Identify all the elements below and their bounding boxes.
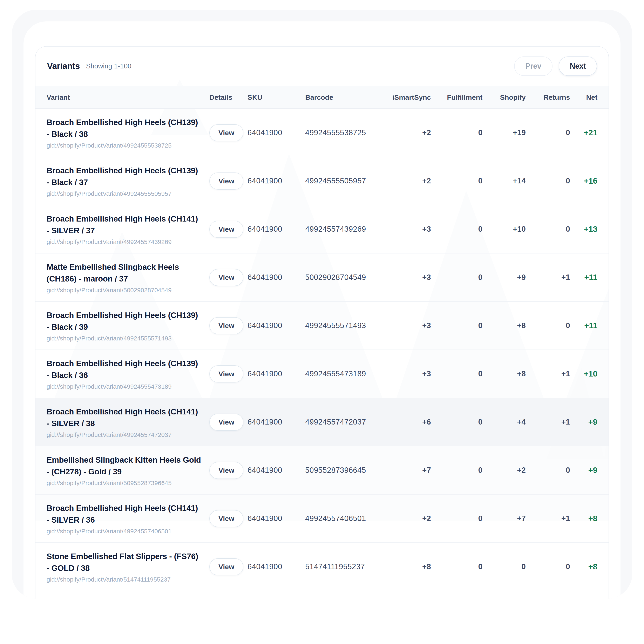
column-header-variant: Variant (47, 93, 209, 101)
sku-value: 64041900 (248, 177, 305, 185)
net-value: +8 (570, 562, 597, 571)
details-cell: View (209, 221, 248, 238)
table-row: Broach Embellished High Heels (CH139) - … (35, 109, 609, 157)
variant-cell: Stone Embellished Flat Slippers - (FS76)… (47, 550, 209, 583)
details-cell: View (209, 510, 248, 527)
variant-name: Broach Embellished High Heels (CH141) - … (47, 502, 201, 526)
shopify-value: +7 (482, 514, 526, 523)
details-cell: View (209, 414, 248, 431)
ismartsync-value: +3 (390, 225, 431, 233)
table-row: Broach Embellished High Heels (CH139) - … (35, 302, 609, 350)
fulfillment-value: 0 (431, 514, 482, 523)
outer-panel: Variants Showing 1-100 Prev Next Variant… (12, 10, 632, 599)
returns-value: 0 (526, 466, 570, 475)
ismartsync-value: +3 (390, 321, 431, 330)
returns-value: 0 (526, 321, 570, 330)
view-button[interactable]: View (209, 124, 243, 141)
ismartsync-value: +3 (390, 370, 431, 378)
barcode-value: 49924555538725 (305, 128, 390, 137)
variant-cell: Broach Embellished High Heels (CH141) - … (47, 406, 209, 438)
view-button[interactable]: View (209, 221, 243, 238)
barcode-value: 49924555473189 (305, 370, 390, 378)
view-button[interactable]: View (209, 462, 243, 479)
details-cell: View (209, 365, 248, 382)
view-button[interactable]: View (209, 510, 243, 527)
ismartsync-value: +6 (390, 418, 431, 426)
sku-value: 64041900 (248, 273, 305, 282)
view-button[interactable]: View (209, 317, 243, 334)
ismartsync-value: +3 (390, 273, 431, 282)
variant-cell: Broach Embellished High Heels (CH139) - … (47, 358, 209, 390)
sku-value: 64041900 (248, 418, 305, 426)
prev-button[interactable]: Prev (514, 56, 553, 76)
fulfillment-value: 0 (431, 225, 482, 233)
barcode-value: 49924557406501 (305, 514, 390, 523)
column-header-barcode: Barcode (305, 93, 390, 101)
sku-value: 64041900 (248, 225, 305, 233)
variant-name: Broach Embellished High Heels (CH141) - … (47, 213, 201, 236)
view-button[interactable]: View (209, 172, 243, 190)
sku-value: 64041900 (248, 321, 305, 330)
details-cell: View (209, 317, 248, 334)
variant-name: Embellished Slingback Kitten Heels Gold … (47, 454, 201, 477)
variant-name: Broach Embellished High Heels (CH139) - … (47, 116, 201, 140)
column-header-net: Net (570, 93, 597, 101)
variant-cell: Broach Embellished High Heels (CH139) - … (47, 165, 209, 197)
variant-gid: gid://shopify/ProductVariant/49924555571… (47, 335, 201, 342)
net-value: +13 (570, 225, 597, 234)
ismartsync-value: +8 (390, 562, 431, 571)
view-button[interactable]: View (209, 558, 243, 575)
ismartsync-value: +2 (390, 128, 431, 137)
net-value: +9 (570, 418, 597, 427)
table-row: Broach Embellished High Heels (CH141) - … (35, 495, 609, 543)
details-cell: View (209, 172, 248, 190)
barcode-value: 50955287396645 (305, 466, 390, 475)
column-header-shopify: Shopify (482, 93, 526, 101)
sku-value: 64041900 (248, 514, 305, 523)
variant-gid: gid://shopify/ProductVariant/51474111955… (47, 576, 201, 583)
details-cell: View (209, 124, 248, 141)
details-cell: View (209, 462, 248, 479)
table-row: Stone Embellished Flat Slippers - (FS76)… (35, 543, 609, 591)
net-value: +8 (570, 514, 597, 523)
variant-cell: Broach Embellished High Heels (CH141) - … (47, 502, 209, 535)
view-button[interactable]: View (209, 365, 243, 382)
column-header-details: Details (209, 93, 248, 101)
shopify-value: +2 (482, 466, 526, 475)
view-button[interactable]: View (209, 269, 243, 286)
shopify-value: +19 (482, 128, 526, 137)
barcode-value: 49924555505957 (305, 177, 390, 185)
variant-gid: gid://shopify/ProductVariant/49924557472… (47, 431, 201, 438)
variant-gid: gid://shopify/ProductVariant/49924555538… (47, 142, 201, 149)
shopify-value: +8 (482, 321, 526, 330)
variant-name: Broach Embellished High Heels (CH139) - … (47, 309, 201, 333)
table-row: Broach Embellished High Heels (CH139) - … (35, 157, 609, 205)
sku-value: 64041900 (248, 466, 305, 475)
variant-name: Broach Embellished High Heels (CH139) - … (47, 165, 201, 188)
details-cell: View (209, 269, 248, 286)
sku-value: 64041900 (248, 562, 305, 571)
variant-name: Broach Embellished High Heels (CH141) - … (47, 406, 201, 429)
net-value: +11 (570, 321, 597, 330)
variant-gid: gid://shopify/ProductVariant/49924557439… (47, 238, 201, 245)
shopify-value: 0 (482, 562, 526, 571)
shopify-value: +10 (482, 225, 526, 233)
view-button[interactable]: View (209, 414, 243, 431)
fulfillment-value: 0 (431, 273, 482, 282)
next-button[interactable]: Next (559, 56, 597, 76)
table-row: Matte Embellished Slingback Heels (CH186… (35, 253, 609, 302)
barcode-value: 51474111955237 (305, 562, 390, 571)
details-cell: View (209, 558, 248, 575)
variant-name: Matte Embellished Slingback Heels (CH186… (47, 261, 201, 285)
variant-gid: gid://shopify/ProductVariant/49924555505… (47, 190, 201, 197)
variant-gid: gid://shopify/ProductVariant/50029028704… (47, 287, 201, 294)
net-value: +10 (570, 369, 597, 378)
ismartsync-value: +2 (390, 177, 431, 185)
column-header-returns: Returns (526, 93, 570, 101)
variant-gid: gid://shopify/ProductVariant/49924557406… (47, 528, 201, 535)
shopify-value: +9 (482, 273, 526, 282)
sku-value: 64041900 (248, 370, 305, 378)
table-header-row: Variant Details SKU Barcode iSmartSync F… (35, 86, 609, 109)
variant-cell: Embellished Slingback Kitten Heels Gold … (47, 454, 209, 487)
barcode-value: 50029028704549 (305, 273, 390, 282)
